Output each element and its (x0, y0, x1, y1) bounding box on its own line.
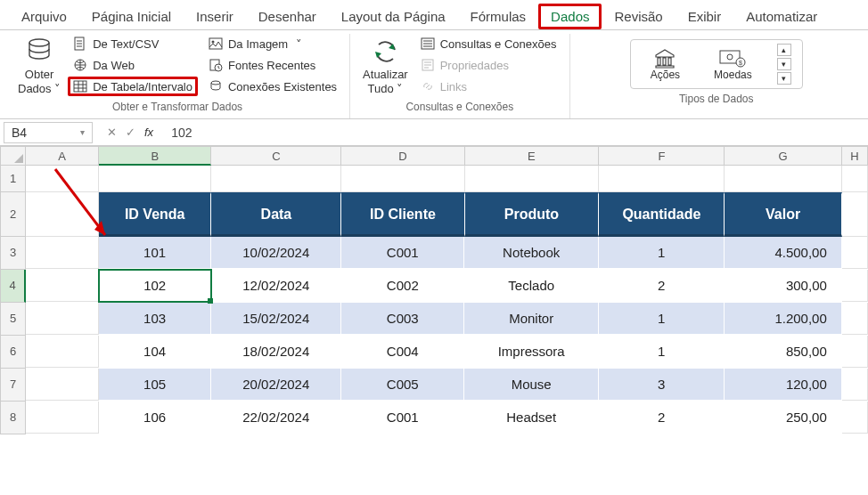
obter-dados-button[interactable]: ObterDados ˅ (12, 34, 66, 97)
group-label-consultas: Consultas e Conexões (405, 97, 513, 118)
col-header-G[interactable]: G (725, 146, 841, 166)
table-cell[interactable]: 18/02/2024 (211, 336, 341, 368)
svg-point-12 (727, 54, 733, 60)
select-all-corner[interactable] (0, 146, 26, 166)
table-cell[interactable]: 102 (99, 270, 211, 302)
menu-layout[interactable]: Layout da Página (329, 4, 458, 29)
spreadsheet-grid[interactable]: A B C D E F G H 1 2 ID Venda Data ID Cli… (0, 146, 868, 434)
table-cell[interactable]: C003 (341, 303, 464, 335)
menu-dados[interactable]: Dados (538, 4, 602, 29)
conexoes-existentes-button[interactable]: Conexões Existentes (203, 77, 342, 96)
ribbon-group-obter: ObterDados ˅ De Text/CSV Da Web De Tabel… (5, 34, 350, 118)
da-imagem-button[interactable]: Da Imagem˅ (203, 34, 342, 53)
table-cell[interactable]: 22/02/2024 (211, 402, 341, 434)
menu-arquivo[interactable]: Arquivo (9, 4, 79, 29)
th-id-venda[interactable]: ID Venda (99, 192, 211, 237)
table-cell[interactable]: C001 (341, 237, 464, 269)
row-header-7[interactable]: 7 (0, 369, 26, 402)
table-cell[interactable]: C001 (341, 402, 464, 434)
table-cell[interactable]: 10/02/2024 (211, 237, 341, 269)
table-cell[interactable]: 12/02/2024 (211, 270, 341, 302)
table-cell[interactable]: Monitor (464, 303, 599, 335)
table-cell[interactable]: 106 (99, 402, 211, 434)
acoes-button[interactable]: Ações (638, 44, 692, 85)
data-types-gallery[interactable]: Ações $ Moedas ▴ ▾ ▾ (630, 39, 803, 89)
table-cell[interactable]: 2 (599, 402, 725, 434)
table-cell[interactable]: 2 (599, 270, 725, 302)
menu-automatizar[interactable]: Automatizar (733, 4, 830, 29)
row-header-6[interactable]: 6 (0, 336, 26, 369)
formula-input[interactable] (164, 122, 868, 143)
th-id-cliente[interactable]: ID Cliente (341, 192, 464, 237)
th-produto[interactable]: Produto (465, 192, 600, 237)
row-header-3[interactable]: 3 (0, 237, 26, 270)
table-cell[interactable]: 1 (599, 303, 725, 335)
group-label-obter: Obter e Transformar Dados (112, 97, 242, 118)
de-tabela-intervalo-button[interactable]: De Tabela/Intervalo (68, 77, 198, 96)
menu-revisao[interactable]: Revisão (602, 4, 675, 29)
fb-cancel-button[interactable]: ✕ (107, 126, 117, 139)
row-header-2[interactable]: 2 (0, 192, 26, 237)
col-header-E[interactable]: E (465, 146, 600, 166)
menu-exibir[interactable]: Exibir (676, 4, 734, 29)
menu-formulas[interactable]: Fórmulas (458, 4, 539, 29)
fontes-recentes-button[interactable]: Fontes Recentes (203, 55, 342, 75)
consultas-conexoes-button[interactable]: Consultas e Conexões (415, 34, 562, 53)
menu-desenhar[interactable]: Desenhar (246, 4, 329, 29)
table-cell[interactable]: 104 (99, 336, 211, 368)
fb-confirm-button[interactable]: ✓ (126, 126, 135, 139)
table-cell[interactable]: 15/02/2024 (211, 303, 341, 335)
col-header-A[interactable]: A (26, 146, 99, 166)
menu-pagina-inicial[interactable]: Página Inicial (79, 4, 184, 29)
dt-up-button[interactable]: ▴ (777, 44, 791, 56)
col-header-C[interactable]: C (211, 146, 341, 166)
recent-icon (209, 58, 223, 72)
table-cell[interactable]: 300,00 (725, 270, 842, 302)
table-cell[interactable]: Teclado (464, 270, 599, 302)
table-cell[interactable]: 20/02/2024 (211, 369, 341, 401)
table-cell[interactable]: Impressora (464, 336, 599, 368)
table-cell[interactable]: C005 (341, 369, 464, 401)
de-text-csv-button[interactable]: De Text/CSV (68, 34, 198, 53)
dt-down-button[interactable]: ▾ (777, 58, 791, 70)
th-data[interactable]: Data (211, 192, 341, 237)
table-cell[interactable]: 1 (599, 336, 725, 368)
table-cell[interactable]: 3 (599, 369, 725, 401)
table-cell[interactable]: 1 (599, 237, 725, 269)
table-cell[interactable]: Mouse (464, 369, 599, 401)
table-cell[interactable]: 105 (99, 369, 211, 401)
name-box[interactable]: B4▾ (4, 122, 93, 143)
col-header-B[interactable]: B (99, 146, 211, 166)
dt-more-button[interactable]: ▾ (777, 72, 791, 85)
table-cell[interactable]: 1.200,00 (725, 303, 842, 335)
th-quantidade[interactable]: Quantidade (599, 192, 725, 237)
atualizar-label: AtualizarTudo ˅ (363, 68, 408, 95)
table-cell[interactable]: Headset (464, 402, 599, 434)
row-header-1[interactable]: 1 (0, 166, 26, 192)
da-web-button[interactable]: Da Web (68, 55, 198, 75)
col-header-H[interactable]: H (842, 146, 868, 166)
table-cell[interactable]: 4.500,00 (725, 237, 842, 269)
row-header-4[interactable]: 4 (0, 270, 26, 303)
col-header-F[interactable]: F (599, 146, 725, 166)
propriedades-button: Propriedades (415, 55, 562, 75)
table-cell[interactable]: 250,00 (725, 402, 842, 434)
moedas-button[interactable]: $ Moedas (701, 44, 765, 85)
table-icon (73, 79, 87, 93)
atualizar-tudo-button[interactable]: AtualizarTudo ˅ (357, 34, 414, 97)
menu-inserir[interactable]: Inserir (184, 4, 246, 29)
table-cell[interactable]: 101 (99, 237, 211, 269)
row-header-5[interactable]: 5 (0, 303, 26, 336)
table-cell[interactable]: C002 (341, 270, 464, 302)
th-valor[interactable]: Valor (725, 192, 841, 237)
fx-icon[interactable]: fx (144, 126, 153, 139)
ribbon-group-tipos: Ações $ Moedas ▴ ▾ ▾ Tipos de Dados (570, 34, 864, 118)
database-icon (24, 36, 54, 66)
table-cell[interactable]: Notebook (464, 237, 599, 269)
table-cell[interactable]: 120,00 (725, 369, 842, 401)
row-header-8[interactable]: 8 (0, 402, 26, 434)
table-cell[interactable]: 103 (99, 303, 211, 335)
table-cell[interactable]: 850,00 (725, 336, 842, 368)
col-header-D[interactable]: D (341, 146, 464, 166)
table-cell[interactable]: C004 (341, 336, 464, 368)
